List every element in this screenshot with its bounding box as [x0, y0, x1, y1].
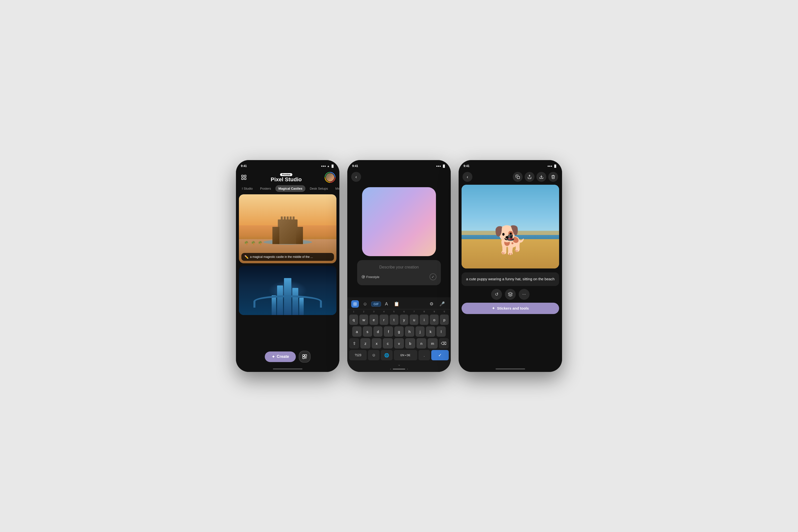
svg-rect-0 [242, 175, 243, 177]
gallery-icon[interactable] [240, 173, 248, 181]
arch-bridge [253, 295, 322, 308]
back-button-2[interactable]: ‹ [351, 172, 361, 182]
key-x[interactable]: x [372, 338, 381, 348]
key-a[interactable]: a [352, 326, 362, 337]
num-9: 9 [430, 309, 439, 314]
svg-rect-4 [303, 355, 304, 356]
key-period[interactable]: . [418, 350, 430, 360]
user-avatar[interactable] [325, 172, 336, 183]
key-b[interactable]: b [405, 338, 415, 348]
share-button[interactable] [525, 172, 534, 182]
kb-row-1: q w e r t y u i o p [347, 314, 451, 326]
key-f[interactable]: f [384, 326, 393, 337]
kb-emoji-icon[interactable]: ☺ [361, 301, 369, 308]
key-send[interactable]: ✓ [431, 350, 449, 360]
tab-studio[interactable]: I Studio [239, 185, 256, 192]
stickers-icon: ✦ [492, 306, 495, 310]
remix-button[interactable] [299, 351, 310, 363]
key-special[interactable]: ?123 [349, 350, 367, 360]
p3-image-area: 🐕 🎩 [459, 185, 562, 268]
create-icon: ✦ [272, 355, 275, 359]
svg-rect-7 [517, 176, 520, 179]
stickers-and-tools-button[interactable]: ✦ Stickers and tools [461, 303, 559, 314]
key-lang[interactable]: EN • DE [394, 350, 417, 360]
status-time-1: 9:41 [241, 164, 247, 168]
key-shift[interactable]: ⇧ [349, 338, 359, 348]
caption-text-1: a magical magestic castle in the middle … [250, 255, 331, 259]
key-j[interactable]: j [416, 326, 425, 337]
home-indicator-1 [273, 368, 302, 369]
phone-2: 9:41 ●●● ▐▌ ‹ [347, 160, 451, 372]
kb-mic-icon[interactable]: 🎤 [437, 300, 447, 308]
kb-settings-icon[interactable]: ⚙ [428, 300, 435, 308]
check-button[interactable]: ✓ [430, 273, 436, 280]
key-z[interactable]: z [360, 338, 370, 348]
keyboard-area: ⊞ ☺ GIF A 📋 ⚙ 🎤 1 2 3 4 5 6 7 [347, 297, 451, 372]
key-i[interactable]: i [420, 315, 429, 325]
kb-row-3: ⇧ z x c v b n m ⌫ [347, 338, 451, 349]
keyboard-toolbar: ⊞ ☺ GIF A 📋 ⚙ 🎤 [347, 299, 451, 309]
tab-desk-setups[interactable]: Desk Setups [307, 185, 331, 192]
tab-more[interactable]: Men... [332, 185, 339, 192]
tab-magical-castles[interactable]: Magical Castles [276, 185, 305, 192]
key-backspace[interactable]: ⌫ [439, 338, 449, 348]
refresh-button[interactable]: ↺ [491, 289, 502, 300]
key-q[interactable]: q [349, 315, 358, 325]
freestyle-icon [362, 275, 365, 279]
create-button[interactable]: ✦ Create [265, 352, 296, 362]
key-emoji[interactable]: ☺ [368, 350, 380, 360]
kb-grid-icon[interactable]: ⊞ [351, 300, 359, 308]
kb-number-row: 1 2 3 4 5 6 7 8 9 0 [347, 309, 451, 314]
key-l[interactable]: l [436, 326, 446, 337]
phone-notch-1 [273, 160, 302, 168]
kb-text-icon[interactable]: A [383, 301, 390, 308]
num-2: 2 [359, 309, 368, 314]
key-e[interactable]: e [369, 315, 378, 325]
key-o[interactable]: o [430, 315, 439, 325]
key-u[interactable]: u [410, 315, 418, 325]
layers-button[interactable] [505, 289, 516, 300]
key-y[interactable]: y [400, 315, 408, 325]
key-w[interactable]: w [359, 315, 368, 325]
phone-1-screen: 9:41 ●●● ▲ ▐▌ Preview [236, 160, 339, 372]
p1-content: 🌴 🌴 🌴 [236, 194, 339, 348]
key-v[interactable]: v [394, 338, 404, 348]
dog-beach-image[interactable]: 🐕 🎩 [461, 185, 559, 268]
status-time-2: 9:41 [352, 164, 358, 168]
kb-clipboard-icon[interactable]: 📋 [392, 300, 401, 308]
status-icons-1: ●●● ▲ ▐▌ [321, 165, 335, 168]
key-n[interactable]: n [417, 338, 426, 348]
key-t[interactable]: t [390, 315, 399, 325]
freestyle-badge[interactable]: Freestyle [362, 275, 379, 279]
key-h[interactable]: h [405, 326, 414, 337]
copy-button[interactable] [513, 172, 522, 182]
key-s[interactable]: s [363, 326, 372, 337]
prompt-text: a cute puppy wearing a funny hat, sittin… [466, 277, 554, 281]
back-button-3[interactable]: ‹ [462, 172, 472, 182]
castle-desert-card[interactable]: 🌴 🌴 🌴 [239, 194, 337, 263]
num-5: 5 [390, 309, 399, 314]
download-button[interactable] [536, 172, 546, 182]
key-k[interactable]: k [426, 326, 435, 337]
key-g[interactable]: g [394, 326, 404, 337]
kb-dot-2 [407, 369, 408, 369]
key-d[interactable]: d [374, 326, 383, 337]
wifi-icon-1: ▲ [327, 165, 330, 168]
castle-ice-card[interactable] [239, 266, 337, 315]
battery-3: ▐▌ [553, 165, 557, 168]
more-button[interactable]: ··· [519, 289, 530, 300]
delete-button[interactable] [548, 172, 558, 182]
p1-bottom-bar: ✦ Create [236, 348, 339, 367]
p3-header: ‹ [459, 170, 562, 185]
describe-input[interactable] [362, 265, 436, 269]
key-c[interactable]: c [383, 338, 393, 348]
key-globe[interactable]: 🌐 [381, 350, 392, 360]
key-m[interactable]: m [428, 338, 437, 348]
kb-bottom-bar [347, 368, 451, 370]
kb-gif-button[interactable]: GIF [371, 302, 381, 307]
p3-bottom: a cute puppy wearing a funny hat, sittin… [459, 268, 562, 367]
gradient-canvas[interactable] [362, 187, 436, 256]
key-p[interactable]: p [440, 315, 449, 325]
key-r[interactable]: r [380, 315, 388, 325]
tab-posters[interactable]: Posters [257, 185, 274, 192]
